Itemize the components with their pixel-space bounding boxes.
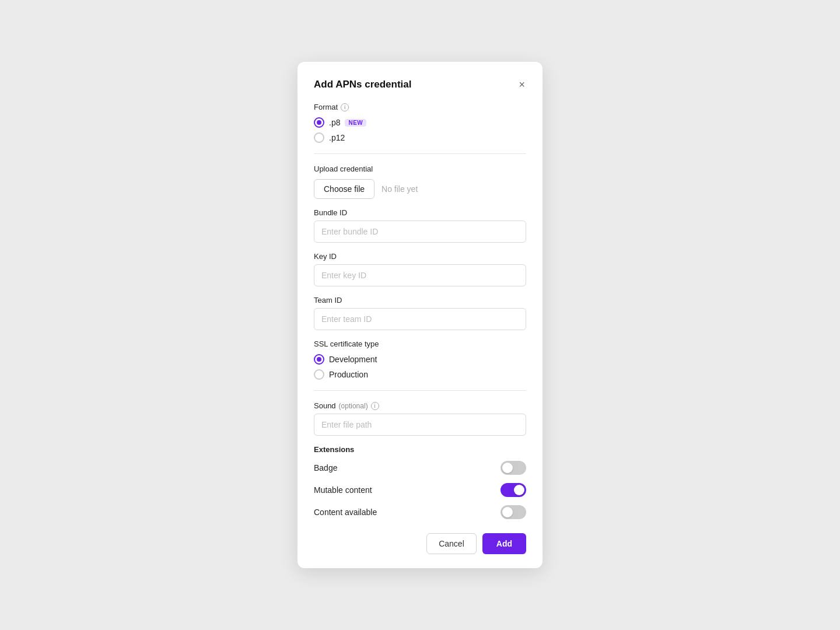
modal-header: Add APNs credential ×	[314, 78, 526, 91]
mutable-content-toggle[interactable]	[501, 483, 526, 497]
format-p12-label: .p12	[329, 133, 345, 142]
content-available-toggle[interactable]	[501, 505, 526, 519]
format-label: Format i	[314, 103, 526, 111]
format-info-icon[interactable]: i	[341, 103, 349, 111]
new-badge: NEW	[345, 119, 366, 127]
choose-file-button[interactable]: Choose file	[314, 179, 374, 199]
key-id-section: Key ID	[314, 252, 526, 286]
ssl-production-option[interactable]: Production	[314, 369, 526, 380]
bundle-id-input[interactable]	[314, 220, 526, 243]
overlay: Add APNs credential × Format i .p8 NEW .…	[0, 0, 840, 630]
sound-optional-text: (optional)	[339, 402, 368, 410]
badge-row: Badge	[314, 461, 526, 475]
sound-input[interactable]	[314, 414, 526, 436]
format-section: Format i .p8 NEW .p12	[314, 103, 526, 143]
ssl-development-radio[interactable]	[314, 354, 324, 365]
team-id-input[interactable]	[314, 308, 526, 330]
ssl-development-option[interactable]: Development	[314, 354, 526, 365]
badge-toggle[interactable]	[501, 461, 526, 475]
upload-row: Choose file No file yet	[314, 179, 526, 199]
format-p12-radio[interactable]	[314, 132, 324, 143]
ssl-radio-group: Development Production	[314, 354, 526, 380]
ssl-production-label: Production	[329, 370, 368, 379]
no-file-text: No file yet	[382, 184, 418, 194]
add-button[interactable]: Add	[482, 533, 526, 554]
sound-section: Sound (optional) i	[314, 401, 526, 436]
badge-label: Badge	[314, 463, 337, 473]
ssl-section: SSL certificate type Development Product…	[314, 340, 526, 380]
team-id-section: Team ID	[314, 296, 526, 330]
upload-section: Upload credential Choose file No file ye…	[314, 164, 526, 199]
format-radio-group: .p8 NEW .p12	[314, 117, 526, 143]
format-p8-option[interactable]: .p8 NEW	[314, 117, 526, 128]
key-id-label: Key ID	[314, 252, 526, 261]
bundle-id-section: Bundle ID	[314, 208, 526, 243]
modal-container: Add APNs credential × Format i .p8 NEW .…	[298, 62, 542, 568]
sound-label: Sound (optional) i	[314, 401, 526, 410]
ssl-development-label: Development	[329, 355, 377, 364]
format-p8-radio[interactable]	[314, 117, 324, 128]
format-p12-option[interactable]: .p12	[314, 132, 526, 143]
ssl-production-radio[interactable]	[314, 369, 324, 380]
modal-footer: Cancel Add	[314, 531, 526, 554]
ssl-label: SSL certificate type	[314, 340, 526, 348]
bundle-id-label: Bundle ID	[314, 208, 526, 217]
divider-1	[314, 153, 526, 154]
modal-title: Add APNs credential	[314, 79, 412, 90]
content-available-label: Content available	[314, 508, 377, 517]
mutable-content-row: Mutable content	[314, 483, 526, 497]
team-id-label: Team ID	[314, 296, 526, 304]
upload-label: Upload credential	[314, 164, 526, 173]
cancel-button[interactable]: Cancel	[426, 533, 477, 554]
sound-info-icon[interactable]: i	[371, 402, 379, 410]
format-p8-label: .p8	[329, 118, 340, 127]
divider-2	[314, 390, 526, 391]
extensions-title: Extensions	[314, 445, 526, 454]
close-button[interactable]: ×	[517, 78, 526, 91]
mutable-content-label: Mutable content	[314, 485, 372, 495]
extensions-section: Extensions Badge Mutable content Con	[314, 445, 526, 519]
content-available-row: Content available	[314, 505, 526, 519]
key-id-input[interactable]	[314, 264, 526, 286]
